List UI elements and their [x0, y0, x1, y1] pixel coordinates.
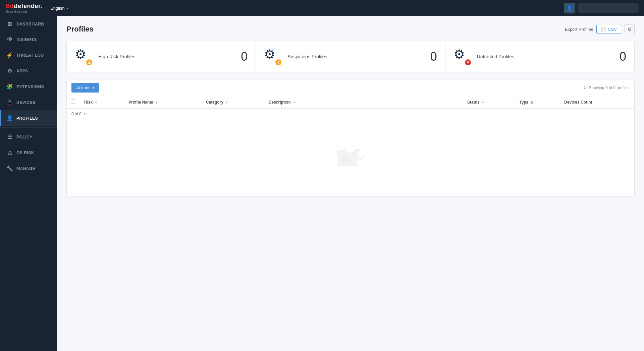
search-input[interactable]	[578, 3, 639, 13]
table-head: Risk ▼ Profile Name ▼ Ca	[67, 96, 634, 109]
app-logo: Bitdefender. GravityZone	[5, 3, 42, 13]
svg-rect-1	[337, 150, 346, 153]
brand-name: Bitdefender.	[5, 3, 42, 10]
empty-state-icon	[335, 146, 366, 169]
col-status: Status ▼	[463, 96, 515, 109]
page-title: Profiles	[66, 25, 94, 34]
sidebar-item-label: Insights	[16, 37, 37, 42]
table-header-row: Risk ▼ Profile Name ▼ Ca	[67, 96, 634, 109]
user-avatar[interactable]: 👤	[564, 3, 575, 13]
sidebar-item-policy[interactable]: ☰ Policy	[0, 129, 57, 145]
dashboard-icon: ⊞	[6, 21, 13, 27]
col-status-label: Status	[467, 100, 480, 105]
sidebar: ⊞ Dashboard 👁 Insights ⚡ Threat Log ⚙ Ap…	[0, 16, 57, 351]
table-toolbar: Actions ▾ ↻ Showing 0 of 0 profiles	[67, 79, 634, 96]
table-section: Actions ▾ ↻ Showing 0 of 0 profiles	[66, 79, 635, 196]
badge-high-risk: ⚠	[86, 59, 92, 65]
topbar: Bitdefender. GravityZone English ▾ 👤	[0, 0, 644, 16]
description-filter-icon[interactable]: ▼	[292, 101, 296, 104]
card-info: Suspicious Profiles	[287, 54, 424, 59]
summary-card-suspicious[interactable]: ⚙ ? Suspicious Profiles 0	[256, 41, 445, 72]
gear-icon: ⚙	[628, 26, 632, 32]
threat-log-icon: ⚡	[6, 52, 13, 58]
pagination-row: 0 of 0 ↻	[67, 109, 634, 119]
gear-icon: ⚙	[453, 47, 465, 61]
export-csv-button[interactable]: 📄 CSV	[596, 25, 621, 34]
os-risk-icon: ⚠	[6, 150, 13, 156]
col-devices-count: Devices Count	[560, 96, 634, 109]
card-title: Suspicious Profiles	[287, 54, 424, 59]
sidebar-item-label: OS Risk	[16, 151, 34, 155]
card-icon-wrap: ⚙ ✕	[453, 48, 471, 65]
col-risk: Risk ▼	[80, 96, 124, 109]
type-filter-icon[interactable]: ☰	[530, 101, 533, 104]
profile-name-filter-icon[interactable]: ▼	[155, 101, 158, 104]
devices-icon: 📱	[6, 99, 13, 106]
summary-cards: ⚙ ⚠ High Risk Profiles 0 ⚙ ? Suspicious …	[66, 41, 635, 72]
header-actions: Export Profiles 📄 CSV ⚙	[565, 24, 635, 34]
sidebar-item-os-risk[interactable]: ⚠ OS Risk	[0, 145, 57, 161]
svg-rect-3	[345, 154, 347, 162]
gear-icon: ⚙	[75, 47, 86, 61]
pagination-refresh-icon[interactable]: ↻	[84, 112, 87, 116]
insights-icon: 👁	[6, 37, 13, 43]
actions-label: Actions	[76, 85, 91, 90]
card-info: Untrusted Profiles	[477, 54, 613, 59]
summary-card-high-risk[interactable]: ⚙ ⚠ High Risk Profiles 0	[67, 41, 256, 72]
policy-icon: ☰	[6, 134, 13, 140]
sidebar-item-dashboard[interactable]: ⊞ Dashboard	[0, 16, 57, 32]
language-label: English	[50, 6, 65, 11]
sidebar-item-label: Dashboard	[16, 22, 44, 26]
category-filter-icon[interactable]: ▼	[225, 101, 228, 104]
sidebar-item-label: Manage	[16, 166, 35, 171]
col-description-label: Description	[269, 100, 291, 105]
col-risk-label: Risk	[84, 100, 93, 105]
sidebar-item-insights[interactable]: 👁 Insights	[0, 32, 57, 47]
svg-rect-2	[342, 156, 344, 162]
select-all-checkbox[interactable]	[71, 100, 75, 104]
table-settings-button[interactable]: ⚙	[625, 24, 635, 34]
language-selector[interactable]: English ▾	[50, 6, 68, 11]
badge-suspicious: ?	[275, 59, 281, 65]
main-layout: ⊞ Dashboard 👁 Insights ⚡ Threat Log ⚙ Ap…	[0, 16, 644, 351]
chevron-down-icon: ▾	[67, 6, 68, 10]
actions-chevron-icon: ▾	[93, 86, 94, 90]
sidebar-item-label: Apps	[16, 69, 28, 73]
refresh-icon[interactable]: ↻	[583, 85, 587, 90]
col-category: Category ▼	[202, 96, 265, 109]
card-title: High Risk Profiles	[98, 54, 235, 59]
col-profile-name-label: Profile Name	[128, 100, 153, 105]
sidebar-item-label: Policy	[16, 135, 33, 139]
card-count: 0	[430, 50, 437, 63]
empty-state	[67, 119, 634, 196]
status-filter-icon[interactable]: ▼	[481, 101, 485, 104]
sidebar-item-threat-log[interactable]: ⚡ Threat Log	[0, 47, 57, 63]
summary-card-untrusted[interactable]: ⚙ ✕ Untrusted Profiles 0	[445, 41, 634, 72]
col-devices-count-label: Devices Count	[564, 100, 592, 105]
sidebar-item-label: Threat Log	[16, 53, 44, 58]
card-count: 0	[241, 50, 248, 63]
sidebar-item-label: Devices	[16, 100, 35, 105]
apps-icon: ⚙	[6, 68, 13, 74]
showing-label: Showing 0 of 0 profiles	[589, 85, 630, 90]
sidebar-item-manage[interactable]: 🔧 Manage	[0, 161, 57, 176]
profiles-icon: 👤	[6, 115, 13, 121]
gear-icon: ⚙	[264, 47, 275, 61]
svg-rect-4	[349, 158, 351, 162]
showing-count: ↻ Showing 0 of 0 profiles	[583, 85, 630, 90]
col-description: Description ▼	[265, 96, 463, 109]
badge-untrusted: ✕	[465, 59, 471, 65]
actions-button[interactable]: Actions ▾	[71, 83, 99, 93]
col-category-label: Category	[206, 100, 223, 105]
sidebar-item-devices[interactable]: 📱 Devices	[0, 95, 57, 110]
sidebar-item-profiles[interactable]: 👤 Profiles	[0, 110, 57, 126]
sidebar-item-label: Extensions	[16, 84, 44, 89]
sidebar-item-extensions[interactable]: 🧩 Extensions	[0, 79, 57, 95]
extensions-icon: 🧩	[6, 83, 13, 90]
csv-icon: 📄	[601, 27, 606, 32]
export-label: Export Profiles	[565, 27, 593, 32]
manage-icon: 🔧	[6, 165, 13, 172]
risk-filter-icon[interactable]: ▼	[94, 101, 98, 104]
sidebar-item-apps[interactable]: ⚙ Apps	[0, 63, 57, 79]
main-content: Profiles Export Profiles 📄 CSV ⚙ ⚙ ⚠ Hig…	[57, 16, 644, 351]
